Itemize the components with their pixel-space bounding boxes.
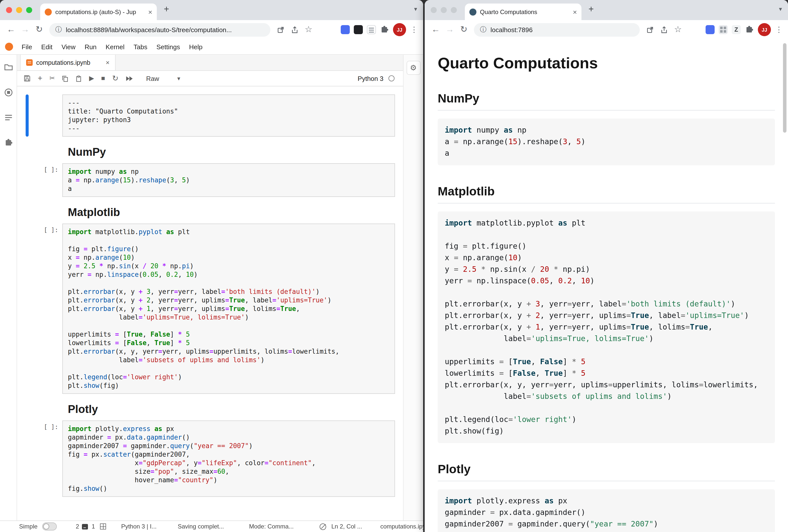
cell-markdown-matplotlib[interactable]: Matplotlib bbox=[26, 201, 395, 219]
back-button[interactable]: ← bbox=[430, 24, 442, 36]
profile-avatar[interactable]: JJ bbox=[758, 23, 771, 36]
kernel-status[interactable]: Python 3 | I... bbox=[121, 523, 157, 530]
copy-cell-icon[interactable] bbox=[62, 75, 68, 82]
menu-item[interactable]: Kernel bbox=[101, 43, 129, 51]
extension-icon-blue[interactable] bbox=[706, 25, 715, 34]
close-window-button[interactable] bbox=[6, 7, 12, 13]
restart-kernel-icon[interactable]: ↻ bbox=[112, 74, 118, 82]
extension-icon-grid[interactable] bbox=[718, 25, 728, 34]
bookmark-star-icon[interactable]: ☆ bbox=[672, 24, 684, 36]
notebook-tab[interactable]: computations.ipynb × bbox=[20, 55, 116, 70]
menu-item[interactable]: Edit bbox=[37, 43, 57, 51]
reload-button[interactable]: ↻ bbox=[33, 24, 45, 36]
menu-item[interactable]: Help bbox=[184, 43, 207, 51]
cell-code-plotly[interactable]: [ ]: import plotly.express as pxgapminde… bbox=[26, 421, 395, 497]
code-line: fig = px.scatter(gapminder2007, bbox=[445, 530, 768, 532]
file-browser-icon[interactable] bbox=[4, 63, 13, 74]
kernel-sessions-icon[interactable] bbox=[100, 524, 106, 530]
save-icon[interactable] bbox=[24, 75, 31, 82]
forward-button[interactable]: → bbox=[444, 24, 456, 36]
page-scrollbar[interactable] bbox=[783, 43, 787, 132]
browser-tab-jupyter[interactable]: computations.ip (auto-S) - Jup × bbox=[40, 3, 157, 20]
site-info-icon[interactable]: ⓘ bbox=[55, 25, 62, 34]
cell-markdown-numpy[interactable]: NumPy bbox=[26, 141, 395, 159]
reload-button[interactable]: ↻ bbox=[458, 24, 470, 36]
cell-markdown-plotly[interactable]: Plotly bbox=[26, 398, 395, 416]
code-line: size="pop", size_max=60, bbox=[68, 467, 390, 476]
close-window-button[interactable] bbox=[431, 7, 437, 13]
minimize-window-button[interactable] bbox=[441, 7, 447, 13]
close-notebook-tab-icon[interactable]: × bbox=[106, 59, 110, 66]
extension-icon-z[interactable]: Z bbox=[732, 25, 741, 34]
tab-search-chevron-icon[interactable]: ▾ bbox=[414, 5, 417, 13]
share-icon[interactable] bbox=[658, 24, 670, 36]
new-tab-button[interactable]: + bbox=[164, 4, 169, 15]
cell-editor[interactable]: import matplotlib.pyplot as plt fig = pl… bbox=[62, 224, 395, 394]
simple-mode-toggle[interactable] bbox=[42, 523, 57, 531]
menu-item[interactable]: View bbox=[57, 43, 80, 51]
extension-icon-doc[interactable] bbox=[367, 25, 376, 34]
code-line: import plotly.express as px bbox=[445, 495, 768, 507]
bookmark-star-icon[interactable]: ☆ bbox=[302, 24, 315, 36]
share-icon[interactable] bbox=[289, 24, 300, 36]
cell-editor[interactable]: ---title: "Quarto Computations"jupyter: … bbox=[62, 95, 395, 137]
cell-type-dropdown[interactable]: Raw ▼ bbox=[146, 75, 181, 82]
cell-editor[interactable]: import plotly.express as pxgapminder = p… bbox=[62, 421, 395, 497]
new-tab-button[interactable]: + bbox=[589, 4, 594, 15]
close-tab-icon[interactable]: × bbox=[573, 8, 577, 15]
kernel-name: Python 3 bbox=[358, 75, 383, 82]
running-kernels-icon[interactable] bbox=[4, 88, 13, 99]
markdown-heading: NumPy bbox=[68, 148, 390, 156]
kernels-count[interactable]: 1 bbox=[92, 523, 95, 530]
extensions-puzzle-icon[interactable] bbox=[380, 25, 389, 34]
kernel-status-icon bbox=[389, 75, 394, 81]
menu-item[interactable]: File bbox=[17, 43, 37, 51]
open-in-new-icon[interactable] bbox=[274, 24, 287, 36]
menu-item[interactable]: Run bbox=[80, 43, 101, 51]
cell-raw-frontmatter[interactable]: ---title: "Quarto Computations"jupyter: … bbox=[26, 95, 395, 137]
tab-search-chevron-icon[interactable]: ▾ bbox=[779, 5, 782, 13]
interrupt-kernel-icon[interactable]: ■ bbox=[101, 74, 105, 82]
close-tab-icon[interactable]: × bbox=[148, 8, 152, 15]
kernel-indicator[interactable]: Python 3 bbox=[358, 75, 394, 82]
back-button[interactable]: ← bbox=[5, 24, 17, 36]
code-line: a = np.arange(15).reshape(3, 5) bbox=[68, 176, 390, 184]
paste-cell-icon[interactable] bbox=[76, 75, 82, 82]
cut-cell-icon[interactable]: ✂ bbox=[50, 74, 55, 82]
cell-editor[interactable]: import numpy as npa = np.arange(15).resh… bbox=[62, 163, 395, 197]
browser-menu-icon[interactable]: ⋮ bbox=[410, 24, 418, 36]
add-cell-icon[interactable]: + bbox=[38, 74, 42, 82]
browser-tab-quarto[interactable]: Quarto Computations × bbox=[465, 3, 582, 20]
cell-code-matplotlib[interactable]: [ ]: import matplotlib.pyplot as plt fig… bbox=[26, 224, 395, 394]
terminals-count[interactable]: 2 bbox=[76, 523, 79, 530]
site-info-icon[interactable]: ⓘ bbox=[480, 25, 487, 34]
cell-code-numpy[interactable]: [ ]: import numpy as npa = np.arange(15)… bbox=[26, 163, 395, 197]
profile-avatar[interactable]: JJ bbox=[393, 23, 406, 36]
table-of-contents-icon[interactable] bbox=[4, 113, 13, 124]
cell-prompt: [ ]: bbox=[28, 224, 62, 394]
cell-prompt: [ ]: bbox=[28, 421, 62, 497]
extension-icon-blue[interactable] bbox=[341, 25, 350, 34]
cursor-position[interactable]: Ln 2, Col ... bbox=[331, 523, 362, 530]
extensions-puzzle-icon[interactable] bbox=[745, 25, 754, 34]
window-controls-inactive bbox=[431, 7, 457, 13]
open-in-new-icon[interactable] bbox=[644, 24, 656, 36]
code-line: label='subsets of uplims and lolims') bbox=[445, 391, 768, 403]
notebook-mode[interactable]: Mode: Comma... bbox=[249, 523, 294, 530]
code-line: import numpy as np bbox=[445, 125, 768, 136]
browser-menu-icon[interactable]: ⋮ bbox=[775, 24, 783, 36]
restart-run-all-icon[interactable] bbox=[125, 76, 133, 81]
forward-button[interactable]: → bbox=[19, 24, 31, 36]
address-bar[interactable]: ⓘ localhost:8889/lab/workspaces/auto-S/t… bbox=[49, 23, 270, 36]
menu-item[interactable]: Settings bbox=[152, 43, 184, 51]
run-cell-icon[interactable]: ▶ bbox=[89, 74, 94, 82]
minimize-window-button[interactable] bbox=[16, 7, 22, 13]
extension-manager-icon[interactable] bbox=[4, 138, 13, 149]
fullscreen-window-button[interactable] bbox=[26, 7, 32, 13]
fullscreen-window-button[interactable] bbox=[451, 7, 457, 13]
settings-gear-icon[interactable]: ⚙ bbox=[406, 61, 420, 75]
address-bar[interactable]: ⓘ localhost:7896 bbox=[474, 23, 640, 36]
extension-icon-dark[interactable] bbox=[354, 25, 363, 34]
menu-item[interactable]: Tabs bbox=[129, 43, 152, 51]
code-line: plt.errorbar(x, y + 3, yerr=yerr, label=… bbox=[68, 287, 390, 296]
